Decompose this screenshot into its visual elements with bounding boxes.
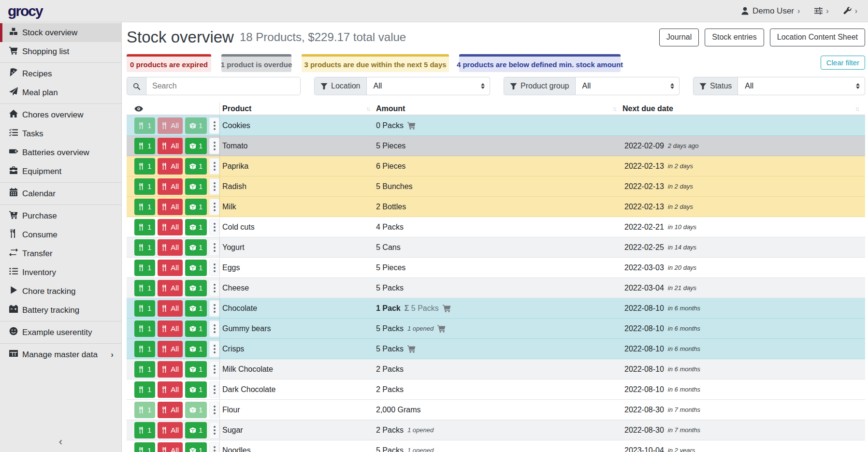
sidebar-item-chores-overview[interactable]: Chores overview — [0, 105, 121, 124]
consume-one-button[interactable]: 1 — [134, 260, 155, 276]
sidebar-item-manage-master-data[interactable]: Manage master data › — [0, 345, 121, 364]
open-one-button[interactable]: 1 — [185, 219, 207, 235]
admin-menu[interactable]: › — [843, 7, 857, 15]
consume-one-button[interactable]: 1 — [134, 341, 155, 357]
consume-one-button[interactable]: 1 — [134, 321, 155, 337]
consume-all-button[interactable]: All — [158, 117, 183, 134]
sidebar-item-stock-overview[interactable]: Stock overview — [0, 23, 121, 42]
consume-all-button[interactable]: All — [158, 381, 183, 398]
sidebar-item-recipes[interactable]: Recipes — [0, 64, 121, 83]
consume-all-button[interactable]: All — [158, 300, 183, 317]
consume-one-button[interactable]: 1 — [134, 219, 155, 235]
row-menu-button[interactable] — [209, 442, 219, 452]
sidebar-item-chore-tracking[interactable]: Chore tracking — [0, 282, 121, 301]
sidebar-item-example-userentity[interactable]: Example userentity — [0, 323, 121, 342]
sidebar-item-shopping-list[interactable]: Shopping list — [0, 42, 121, 61]
grocy-logo[interactable]: grocy — [8, 3, 43, 19]
consume-one-button[interactable]: 1 — [134, 402, 155, 418]
open-one-button[interactable]: 1 — [185, 381, 207, 398]
consume-one-button[interactable]: 1 — [134, 361, 155, 378]
open-one-button[interactable]: 1 — [185, 158, 207, 175]
open-one-button[interactable]: 1 — [185, 280, 207, 296]
row-menu-button[interactable] — [209, 199, 219, 215]
consume-all-button[interactable]: All — [158, 138, 183, 154]
stock-entries-button[interactable]: Stock entries — [705, 29, 764, 46]
status-card-expired[interactable]: 0 products are expired — [127, 54, 211, 72]
sidebar-item-meal-plan[interactable]: Meal plan — [0, 83, 121, 102]
row-menu-button[interactable] — [209, 280, 219, 296]
row-menu-button[interactable] — [209, 381, 219, 398]
row-menu-button[interactable] — [209, 422, 219, 438]
sort-icon[interactable]: ↑↓ — [366, 105, 376, 112]
open-one-button[interactable]: 1 — [185, 402, 207, 418]
sidebar-item-consume[interactable]: Consume — [0, 225, 121, 244]
open-one-button[interactable]: 1 — [185, 199, 207, 215]
consume-one-button[interactable]: 1 — [134, 239, 155, 256]
settings-menu[interactable]: › — [814, 7, 828, 15]
column-header-product[interactable]: Product ↑↓ — [219, 102, 376, 115]
consume-one-button[interactable]: 1 — [134, 178, 155, 195]
sidebar-item-batteries-overview[interactable]: Batteries overview — [0, 143, 121, 162]
sidebar-item-battery-tracking[interactable]: Battery tracking — [0, 301, 121, 320]
consume-one-button[interactable]: 1 — [134, 158, 155, 175]
consume-one-button[interactable]: 1 — [134, 442, 155, 452]
consume-all-button[interactable]: All — [158, 158, 183, 175]
user-menu[interactable]: Demo User › — [741, 6, 800, 16]
status-card-below-min-stock[interactable]: 4 products are below defined min. stock … — [459, 54, 621, 72]
open-one-button[interactable]: 1 — [185, 178, 207, 195]
open-one-button[interactable]: 1 — [185, 138, 207, 154]
row-menu-button[interactable] — [209, 260, 219, 276]
row-menu-button[interactable] — [209, 219, 219, 235]
row-menu-button[interactable] — [209, 300, 219, 317]
status-card-overdue[interactable]: 1 product is overdue — [221, 54, 291, 72]
open-one-button[interactable]: 1 — [185, 321, 207, 337]
column-header-amount[interactable]: Amount ↑↓ — [376, 102, 622, 115]
row-menu-button[interactable] — [209, 178, 219, 195]
clear-filter-button[interactable]: Clear filter — [821, 56, 865, 70]
open-one-button[interactable]: 1 — [185, 442, 207, 452]
open-one-button[interactable]: 1 — [185, 361, 207, 378]
sidebar-item-purchase[interactable]: Purchase — [0, 206, 121, 225]
consume-all-button[interactable]: All — [158, 199, 183, 215]
consume-one-button[interactable]: 1 — [134, 117, 155, 134]
consume-all-button[interactable]: All — [158, 422, 183, 438]
sidebar-item-inventory[interactable]: Inventory — [0, 263, 121, 282]
consume-one-button[interactable]: 1 — [134, 381, 155, 398]
location-select[interactable]: All — [367, 77, 490, 95]
consume-all-button[interactable]: All — [158, 361, 183, 378]
consume-all-button[interactable]: All — [158, 341, 183, 357]
sidebar-item-tasks[interactable]: Tasks — [0, 124, 121, 143]
consume-one-button[interactable]: 1 — [134, 138, 155, 154]
journal-button[interactable]: Journal — [659, 29, 699, 46]
row-menu-button[interactable] — [209, 117, 219, 134]
consume-one-button[interactable]: 1 — [134, 280, 155, 296]
open-one-button[interactable]: 1 — [185, 422, 207, 438]
sort-icon[interactable]: ↑↓ — [855, 105, 865, 112]
sidebar-item-equipment[interactable]: Equipment — [0, 162, 121, 181]
column-header-next-due-date[interactable]: Next due date ↑↓ — [622, 102, 865, 115]
status-select[interactable]: All — [738, 77, 865, 95]
consume-all-button[interactable]: All — [158, 178, 183, 195]
sort-icon[interactable]: ↑↓ — [612, 105, 622, 112]
status-card-due-soon[interactable]: 3 products are due within the next 5 day… — [302, 54, 449, 72]
open-one-button[interactable]: 1 — [185, 341, 207, 357]
search-input[interactable] — [146, 77, 300, 95]
product-group-select[interactable]: All — [576, 77, 679, 95]
row-menu-button[interactable] — [209, 361, 219, 378]
consume-all-button[interactable]: All — [158, 442, 183, 452]
consume-all-button[interactable]: All — [158, 321, 183, 337]
consume-all-button[interactable]: All — [158, 402, 183, 418]
consume-one-button[interactable]: 1 — [134, 199, 155, 215]
consume-all-button[interactable]: All — [158, 260, 183, 276]
row-menu-button[interactable] — [209, 321, 219, 337]
location-content-sheet-button[interactable]: Location Content Sheet — [770, 29, 865, 46]
consume-all-button[interactable]: All — [158, 239, 183, 256]
consume-all-button[interactable]: All — [158, 280, 183, 296]
row-menu-button[interactable] — [209, 138, 219, 154]
row-menu-button[interactable] — [209, 158, 219, 175]
sidebar-item-transfer[interactable]: Transfer — [0, 244, 121, 263]
open-one-button[interactable]: 1 — [185, 239, 207, 256]
row-menu-button[interactable] — [209, 341, 219, 357]
sidebar-item-calendar[interactable]: Calendar — [0, 184, 121, 203]
consume-one-button[interactable]: 1 — [134, 422, 155, 438]
